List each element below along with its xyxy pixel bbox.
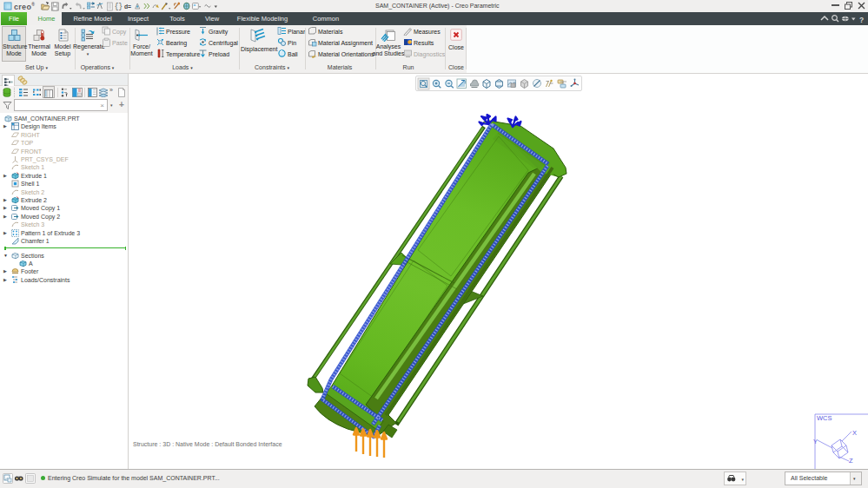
svg-text:Y: Y: [813, 438, 818, 445]
svg-text:X: X: [852, 429, 857, 437]
svg-text:{}: {}: [115, 3, 123, 11]
svg-text:?: ?: [859, 16, 864, 24]
svg-text:d=: d=: [124, 3, 132, 11]
svg-text:Z: Z: [849, 457, 853, 465]
svg-text:WCS: WCS: [817, 414, 832, 422]
